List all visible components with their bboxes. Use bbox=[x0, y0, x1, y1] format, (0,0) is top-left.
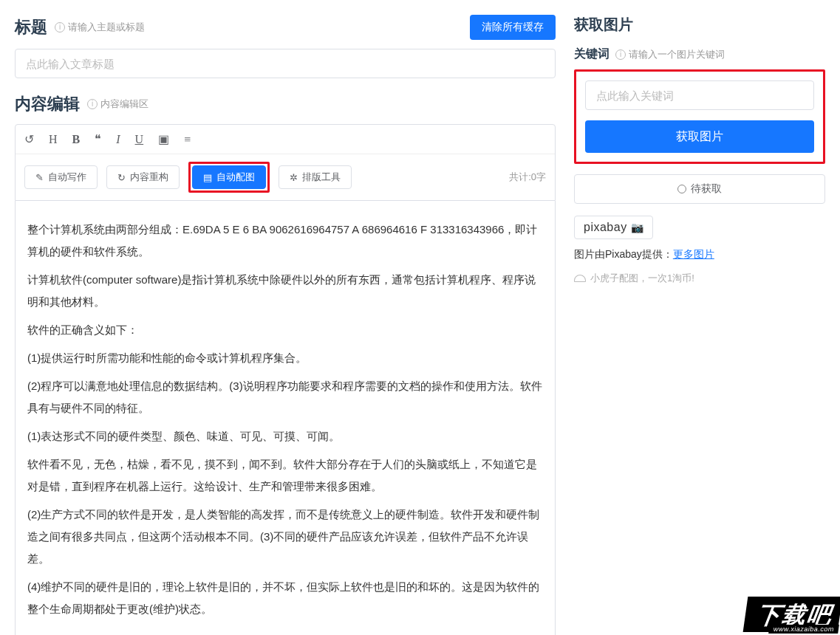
settings-icon: ✲ bbox=[290, 172, 298, 183]
underline-icon[interactable]: U bbox=[135, 133, 144, 146]
editor-paragraph: (1)提供运行时所需功能和性能的命令或计算机程序集合。 bbox=[27, 347, 543, 369]
editor-paragraph: (4)维护不同的硬件是旧的，理论上软件是旧的，并不坏，但实际上软件也是旧的和坏的… bbox=[27, 576, 543, 620]
keyword-input[interactable] bbox=[585, 80, 814, 110]
pending-button[interactable]: 待获取 bbox=[574, 174, 825, 204]
refresh-icon: ↻ bbox=[117, 172, 126, 183]
layout-tool-button[interactable]: ✲排版工具 bbox=[279, 165, 352, 189]
info-icon: i bbox=[55, 22, 65, 32]
get-image-section: 获取图片 关键词 i 请输入一个图片关键词 获取图片 待获取 pixabay 📷 bbox=[574, 15, 825, 285]
title-label: 标题 bbox=[15, 16, 47, 38]
bold-icon[interactable]: B bbox=[72, 133, 81, 146]
format-toolbar-row: ↺ H B ❝ I U ▣ ≡ bbox=[16, 125, 555, 154]
highlight-box: ▤自动配图 bbox=[188, 162, 270, 193]
title-hint: i 请输入主题或标题 bbox=[55, 21, 145, 34]
editor-content[interactable]: 整个计算机系统由两部分组成：E.69DA 5 E 6 BA 9062616964… bbox=[15, 201, 556, 635]
main-column: 标题 i 请输入主题或标题 清除所有缓存 内容编辑 i 内容编辑区 ↺ H B … bbox=[0, 0, 570, 635]
circle-icon bbox=[677, 185, 686, 193]
picture-icon: ▤ bbox=[203, 172, 212, 183]
cloud-icon bbox=[574, 275, 586, 282]
content-hint: i 内容编辑区 bbox=[87, 97, 148, 111]
editor-paragraph: 整个计算机系统由两部分组成：E.69DA 5 E 6 BA 9062616964… bbox=[27, 219, 543, 263]
get-image-button[interactable]: 获取图片 bbox=[585, 120, 814, 153]
quote-icon[interactable]: ❝ bbox=[95, 132, 101, 146]
auto-write-button[interactable]: ✎自动写作 bbox=[24, 165, 98, 189]
editor-paragraph: (1)表达形式不同的硬件类型、颜色、味道、可见、可摸、可闻。 bbox=[27, 425, 543, 447]
image-icon[interactable]: ▣ bbox=[158, 132, 169, 146]
footer-note: 小虎子配图，一次1淘币! bbox=[574, 272, 825, 285]
sidebar: 获取图片 关键词 i 请输入一个图片关键词 获取图片 待获取 pixabay 📷 bbox=[570, 0, 840, 635]
editor-paragraph: (2)程序可以满意地处理信息的数据结构。(3)说明程序功能要求和程序需要的文档的… bbox=[27, 375, 543, 419]
get-image-title: 获取图片 bbox=[574, 15, 825, 35]
info-icon: i bbox=[615, 49, 626, 60]
pixabay-logo: pixabay 📷 bbox=[574, 216, 653, 239]
clear-cache-button[interactable]: 清除所有缓存 bbox=[470, 15, 556, 40]
editor-paragraph: 计算机软件(computer software)是指计算机系统中除硬件以外的所有… bbox=[27, 269, 543, 313]
align-icon[interactable]: ≡ bbox=[184, 133, 191, 146]
keyword-header: 关键词 i 请输入一个图片关键词 bbox=[574, 47, 825, 62]
restructure-button[interactable]: ↻内容重构 bbox=[106, 165, 180, 189]
camera-icon: 📷 bbox=[631, 222, 644, 233]
article-title-input[interactable] bbox=[15, 49, 556, 78]
title-section-header: 标题 i 请输入主题或标题 清除所有缓存 bbox=[15, 15, 556, 40]
auto-image-button[interactable]: ▤自动配图 bbox=[192, 165, 266, 189]
editor-paragraph: (2)生产方式不同的软件是开发，是人类智能的高发挥，而不是传统意义上的硬件制造。… bbox=[27, 504, 543, 570]
editor-paragraph: 软件的正确含义如下： bbox=[27, 319, 543, 341]
content-label: 内容编辑 bbox=[15, 93, 80, 115]
undo-icon[interactable]: ↺ bbox=[24, 132, 34, 146]
keyword-hint: i 请输入一个图片关键词 bbox=[615, 48, 725, 61]
highlight-frame: 获取图片 bbox=[574, 69, 825, 164]
content-section-header: 内容编辑 i 内容编辑区 bbox=[15, 93, 556, 115]
pencil-icon: ✎ bbox=[35, 172, 44, 183]
info-icon: i bbox=[87, 99, 98, 109]
keyword-label: 关键词 bbox=[574, 47, 609, 62]
image-credit: 图片由Pixabay提供：更多图片 bbox=[574, 248, 825, 261]
italic-icon[interactable]: I bbox=[116, 133, 120, 146]
editor-toolbar: ↺ H B ❝ I U ▣ ≡ ✎自动写作 ↻内容重构 ▤自动配图 ✲排版工具 … bbox=[15, 124, 556, 201]
heading-icon[interactable]: H bbox=[49, 133, 58, 146]
watermark-url: www.xiazaiba.com bbox=[768, 625, 839, 634]
word-count: 共计:0字 bbox=[509, 171, 546, 184]
editor-paragraph: 软件看不见，无色，枯燥，看不见，摸不到，闻不到。软件大部分存在于人们的头脑或纸上… bbox=[27, 453, 543, 498]
more-images-link[interactable]: 更多图片 bbox=[673, 248, 714, 260]
tool-buttons-row: ✎自动写作 ↻内容重构 ▤自动配图 ✲排版工具 共计:0字 bbox=[16, 154, 555, 200]
